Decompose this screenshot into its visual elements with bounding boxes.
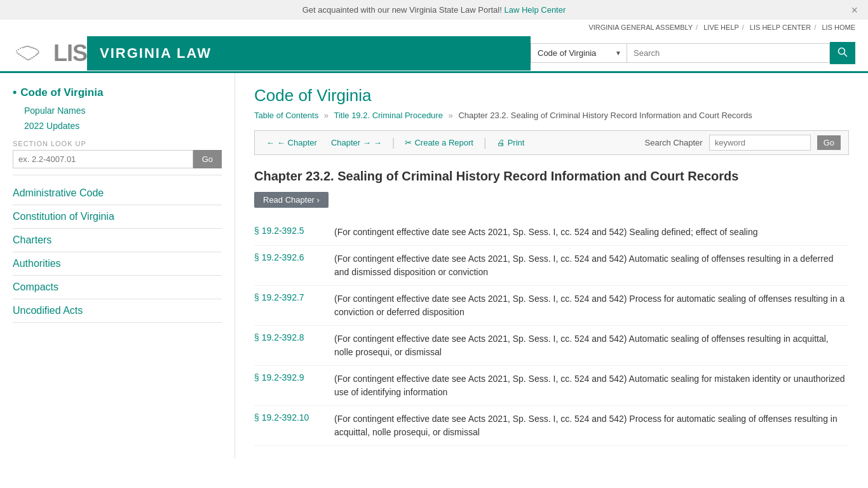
top-banner: Get acquainted with our new Virginia Sta… [0, 0, 868, 20]
top-nav-general-assembly[interactable]: VIRGINIA GENERAL ASSEMBLY [588, 24, 693, 31]
section-number-link[interactable]: § 19.2-392.10 [254, 412, 324, 423]
sidebar-item-uncodified-acts[interactable]: Uncodified Acts [13, 299, 222, 323]
svg-rect-6 [27, 46, 29, 47]
svg-rect-24 [20, 55, 22, 56]
sidebar: • Code of Virginia Popular Names 2022 Up… [0, 73, 235, 459]
svg-rect-19 [29, 58, 31, 60]
section-description: (For contingent effective date see Acts … [334, 226, 757, 239]
sections-list: § 19.2-392.5(For contingent effective da… [254, 219, 849, 446]
svg-rect-16 [35, 55, 37, 56]
search-input[interactable] [627, 43, 830, 63]
section-number-link[interactable]: § 19.2-392.8 [254, 332, 324, 342]
breadcrumb-chapter: Chapter 23.2. Sealing of Criminal Histor… [458, 111, 752, 120]
print-icon: 🖨 [497, 138, 505, 147]
prev-chapter-button[interactable]: ← ← Chapter [262, 137, 321, 149]
svg-rect-23 [22, 56, 24, 57]
report-icon: ✂ [405, 138, 412, 147]
banner-link[interactable]: Law Help Center [504, 5, 566, 15]
section-lookup-button[interactable]: Go [193, 150, 222, 168]
read-chapter-label: Read Chapter › [263, 195, 320, 205]
sidebar-item-2022-updates[interactable]: 2022 Updates [13, 118, 222, 133]
search-button[interactable] [830, 42, 855, 64]
svg-rect-15 [36, 53, 38, 55]
svg-rect-10 [35, 48, 36, 50]
top-nav: VIRGINIA GENERAL ASSEMBLY / LIVE HELP / … [0, 20, 868, 35]
search-icon [837, 47, 848, 57]
svg-rect-8 [31, 47, 33, 48]
search-dropdown-wrap: Code of Virginia Administrative Code Con… [531, 43, 627, 63]
content-area: Code of Virginia Table of Contents » Tit… [235, 73, 868, 459]
section-number-link[interactable]: § 19.2-392.5 [254, 226, 324, 236]
section-lookup-input[interactable] [13, 150, 193, 168]
section-lookup-label: SECTION LOOK UP [13, 140, 222, 147]
svg-rect-17 [33, 56, 35, 57]
svg-rect-20 [27, 59, 29, 60]
svg-rect-7 [29, 46, 31, 48]
svg-rect-26 [17, 52, 18, 53]
top-nav-live-help[interactable]: LIVE HELP [703, 24, 738, 31]
chapter-heading: Chapter 23.2. Sealing of Criminal Histor… [254, 168, 849, 184]
svg-rect-22 [24, 57, 25, 58]
prev-chapter-label: ← Chapter [277, 138, 317, 147]
svg-rect-1 [18, 49, 19, 50]
svg-rect-25 [18, 53, 20, 55]
section-lookup-row: Go [13, 150, 222, 168]
sidebar-code-of-virginia-label: Code of Virginia [20, 86, 103, 99]
sidebar-item-popular-names[interactable]: Popular Names [13, 103, 222, 118]
section-number-link[interactable]: § 19.2-392.6 [254, 252, 324, 262]
svg-line-28 [844, 54, 848, 57]
svg-rect-4 [24, 46, 25, 48]
section-lookup: SECTION LOOK UP Go [13, 140, 222, 168]
create-report-button[interactable]: ✂ Create a Report [401, 137, 477, 149]
sidebar-item-constitution[interactable]: Constitution of Virginia [13, 205, 222, 229]
sidebar-item-authorities[interactable]: Authorities [13, 252, 222, 276]
create-report-label: Create a Report [414, 138, 473, 147]
prev-chapter-icon: ← [266, 138, 275, 147]
section-description: (For contingent effective date see Acts … [334, 412, 849, 439]
sidebar-item-charters[interactable]: Charters [13, 229, 222, 252]
site-title: VIRGINIA LAW [87, 36, 531, 71]
section-description: (For contingent effective date see Acts … [334, 252, 849, 279]
page-title: Code of Virginia [254, 86, 849, 105]
sidebar-divider [13, 175, 222, 175]
breadcrumb: Table of Contents » Title 19.2. Criminal… [254, 111, 849, 120]
svg-rect-21 [25, 58, 27, 60]
logo-area: LIS [13, 40, 87, 67]
table-row: § 19.2-392.6(For contingent effective da… [254, 246, 849, 286]
svg-rect-11 [36, 49, 37, 50]
read-chapter-button[interactable]: Read Chapter › [254, 192, 329, 208]
svg-rect-18 [31, 57, 33, 58]
banner-close-button[interactable]: × [851, 3, 858, 17]
chapter-toolbar: ← ← Chapter Chapter → → | ✂ Create a Rep… [254, 130, 849, 155]
section-number-link[interactable]: § 19.2-392.7 [254, 292, 324, 302]
bullet-icon: • [13, 86, 17, 99]
sidebar-item-administrative-code[interactable]: Administrative Code [13, 182, 222, 205]
search-area: Code of Virginia Administrative Code Con… [531, 42, 855, 64]
section-number-link[interactable]: § 19.2-392.9 [254, 372, 324, 383]
section-description: (For contingent effective date see Acts … [334, 372, 849, 399]
svg-rect-9 [33, 48, 35, 49]
print-button[interactable]: 🖨 Print [493, 137, 529, 149]
svg-rect-12 [37, 50, 39, 51]
search-chapter-button[interactable]: Go [817, 135, 841, 150]
virginia-logo-icon [13, 41, 51, 66]
section-description: (For contingent effective date see Acts … [334, 292, 849, 319]
table-row: § 19.2-392.5(For contingent effective da… [254, 219, 849, 246]
table-row: § 19.2-392.8(For contingent effective da… [254, 326, 849, 366]
search-chapter-input[interactable] [709, 135, 811, 151]
svg-rect-0 [16, 50, 17, 51]
next-chapter-button[interactable]: Chapter → → [327, 137, 386, 149]
svg-rect-3 [22, 47, 24, 48]
sidebar-item-compacts[interactable]: Compacts [13, 276, 222, 299]
next-chapter-label: Chapter → [331, 138, 371, 147]
breadcrumb-title19[interactable]: Title 19.2. Criminal Procedure [334, 111, 442, 120]
search-scope-dropdown[interactable]: Code of Virginia Administrative Code Con… [531, 43, 627, 63]
breadcrumb-toc[interactable]: Table of Contents [254, 111, 318, 120]
svg-rect-2 [20, 48, 21, 49]
svg-rect-5 [25, 46, 27, 47]
top-nav-lis-help-center[interactable]: LIS HELP CENTER [750, 24, 811, 31]
main-layout: • Code of Virginia Popular Names 2022 Up… [0, 73, 868, 459]
print-label: Print [508, 138, 525, 147]
sidebar-item-code-of-virginia[interactable]: • Code of Virginia [13, 86, 222, 99]
top-nav-lis-home[interactable]: LIS HOME [822, 24, 855, 31]
